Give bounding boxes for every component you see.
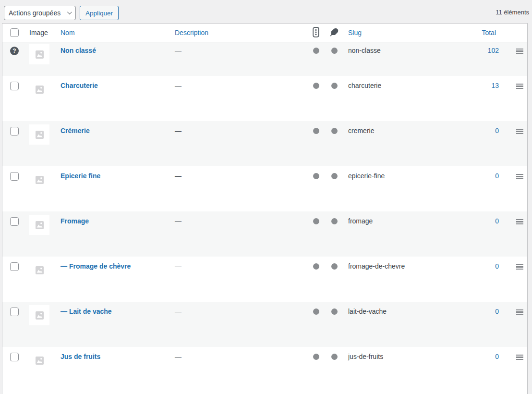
row-cell-handle xyxy=(505,302,527,347)
row-checkbox[interactable] xyxy=(10,127,19,135)
row-cell-description: — xyxy=(170,76,307,121)
drag-handle-icon[interactable] xyxy=(516,174,523,179)
category-name-link[interactable]: Non classé xyxy=(60,47,96,54)
status-dot-icon[interactable] xyxy=(313,173,319,179)
row-cell-total: 0 xyxy=(457,257,505,302)
status-dot-icon[interactable] xyxy=(313,128,319,134)
row-cell-slug: cremerie xyxy=(343,121,457,166)
category-total-link[interactable]: 0 xyxy=(495,308,499,315)
status-dot-icon[interactable] xyxy=(331,354,338,360)
row-checkbox[interactable] xyxy=(10,308,19,316)
status-dot-icon[interactable] xyxy=(313,218,319,224)
category-total-link[interactable]: 102 xyxy=(488,47,499,54)
status-dot-icon[interactable] xyxy=(331,218,338,224)
category-description: — xyxy=(175,262,181,270)
status-dot-icon[interactable] xyxy=(313,308,319,315)
status-dot-icon[interactable] xyxy=(331,83,338,89)
category-name-link[interactable]: Jus de fruits xyxy=(60,353,100,360)
column-header-description[interactable]: Description xyxy=(175,29,208,37)
row-cell-name: Charcuterie xyxy=(56,76,170,121)
status-dot-icon[interactable] xyxy=(313,83,319,89)
table-row: Jus de fruits — jus-de-fruits 0 xyxy=(2,347,527,394)
category-total-link[interactable]: 0 xyxy=(495,217,499,225)
category-total-link[interactable]: 0 xyxy=(495,262,499,270)
category-name-link[interactable]: Fromage xyxy=(60,217,89,225)
row-cell-name: — Lait de vache xyxy=(56,302,170,347)
row-cell-image xyxy=(24,302,56,347)
category-total-link[interactable]: 0 xyxy=(495,127,499,135)
row-cell-slug: charcuterie xyxy=(343,76,457,121)
select-all-checkbox[interactable] xyxy=(10,28,19,37)
row-cell-stack xyxy=(307,257,325,302)
drag-handle-icon[interactable] xyxy=(516,129,523,134)
row-checkbox[interactable] xyxy=(10,217,19,226)
category-total-link[interactable]: 0 xyxy=(495,172,499,180)
column-header-total[interactable]: Total xyxy=(482,29,496,37)
row-checkbox[interactable] xyxy=(10,353,19,361)
table-row: — Fromage de chèvre — fromage-de-chevre … xyxy=(2,257,527,302)
category-description: — xyxy=(175,308,181,315)
category-total-link[interactable]: 0 xyxy=(495,353,499,360)
row-cell-handle xyxy=(505,211,527,257)
row-cell-handle xyxy=(505,42,527,76)
row-cell-slug: epicerie-fine xyxy=(343,166,457,211)
status-dot-icon[interactable] xyxy=(313,48,319,54)
category-slug: fromage xyxy=(348,217,373,225)
column-header-slug[interactable]: Slug xyxy=(348,29,362,37)
row-cell-stack xyxy=(307,166,325,211)
status-dot-icon[interactable] xyxy=(331,308,338,315)
category-name-link[interactable]: Epicerie fine xyxy=(60,172,100,180)
header-cell-description: Description xyxy=(170,24,307,42)
column-header-image: Image xyxy=(24,24,56,42)
row-checkbox[interactable] xyxy=(10,82,19,90)
row-cell-checkbox xyxy=(2,302,24,347)
row-cell-total: 0 xyxy=(457,211,505,257)
category-description: — xyxy=(175,82,181,89)
header-cell-checkbox xyxy=(2,24,24,42)
row-cell-stack xyxy=(307,347,325,394)
row-cell-stack xyxy=(307,211,325,257)
drag-handle-icon[interactable] xyxy=(516,84,523,89)
category-description: — xyxy=(175,47,181,54)
row-cell-description: — xyxy=(170,121,307,166)
row-cell-checkbox xyxy=(2,121,24,166)
row-cell-feather xyxy=(325,211,343,257)
bulk-actions-select[interactable]: Actions groupées xyxy=(4,6,76,20)
status-dot-icon[interactable] xyxy=(331,128,338,134)
status-dot-icon[interactable] xyxy=(313,263,319,270)
row-cell-handle xyxy=(505,347,527,394)
status-dot-icon[interactable] xyxy=(331,48,338,54)
status-dot-icon[interactable] xyxy=(331,173,338,179)
row-cell-slug: fromage xyxy=(343,211,457,257)
row-checkbox[interactable] xyxy=(10,262,19,271)
drag-handle-icon[interactable] xyxy=(516,264,523,270)
row-cell-slug: non-classe xyxy=(343,42,457,76)
row-cell-feather xyxy=(325,347,343,394)
image-placeholder-icon xyxy=(29,124,49,145)
category-name-link[interactable]: Charcuterie xyxy=(60,82,98,89)
question-mark-help-icon[interactable]: ? xyxy=(10,47,19,55)
tablenav-top: Actions groupées Appliquer 11 éléments xyxy=(0,0,532,23)
row-checkbox[interactable] xyxy=(10,172,19,181)
category-name-link[interactable]: Crémerie xyxy=(60,127,90,135)
header-cell-slug: Slug xyxy=(343,24,457,42)
drag-handle-icon[interactable] xyxy=(516,355,523,360)
status-dot-icon[interactable] xyxy=(331,263,338,270)
drag-handle-icon[interactable] xyxy=(516,219,523,224)
status-dot-icon[interactable] xyxy=(313,354,319,360)
category-total-link[interactable]: 13 xyxy=(491,82,499,89)
row-cell-name: Crémerie xyxy=(56,121,170,166)
category-name-link[interactable]: — Fromage de chèvre xyxy=(60,262,131,270)
table-row: Charcuterie — charcuterie 13 xyxy=(2,76,527,121)
row-cell-image xyxy=(24,166,56,211)
row-cell-checkbox xyxy=(2,211,24,257)
column-header-name[interactable]: Nom xyxy=(60,29,75,37)
drag-handle-icon[interactable] xyxy=(516,309,523,315)
drag-handle-icon[interactable] xyxy=(516,49,523,54)
row-cell-slug: fromage-de-chevre xyxy=(343,257,457,302)
row-cell-checkbox xyxy=(2,76,24,121)
header-cell-handle xyxy=(505,24,527,42)
row-cell-feather xyxy=(325,42,343,76)
apply-button[interactable]: Appliquer xyxy=(80,6,119,20)
category-name-link[interactable]: — Lait de vache xyxy=(60,308,112,315)
